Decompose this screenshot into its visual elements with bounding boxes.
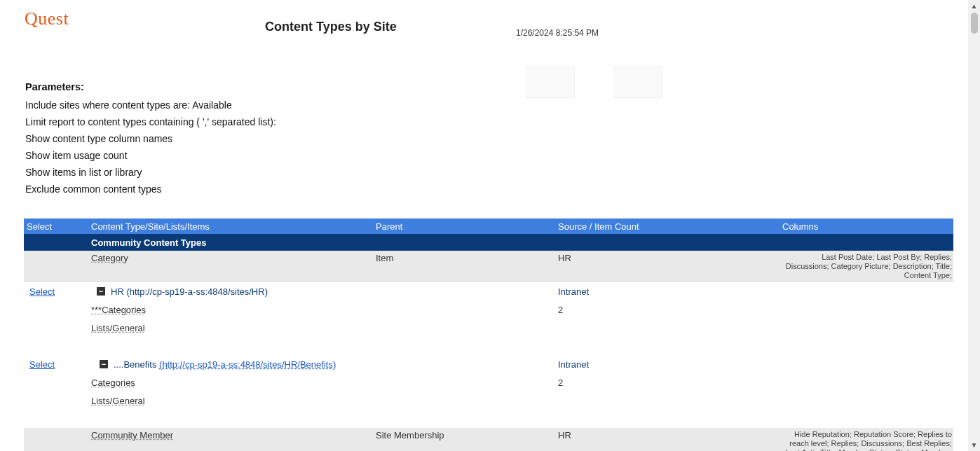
blank-row (24, 410, 953, 428)
item-count: 2 (558, 305, 782, 315)
category-row: Category Item HR Last Post Date; Last Po… (24, 251, 953, 282)
parameter-line: Limit report to content types containing… (25, 113, 276, 130)
site-label: ....Benefits (http://cp-sp19-a-ss:4848/s… (114, 359, 336, 370)
scroll-thumb[interactable] (971, 13, 978, 34)
list-name[interactable]: Lists/General (91, 396, 145, 406)
list-name[interactable]: ***Categories (91, 305, 146, 315)
blank-row (24, 337, 953, 355)
site-row: Select − ....Benefits (http://cp-sp19-a-… (24, 355, 953, 373)
category-name[interactable]: Category (91, 253, 128, 263)
select-link[interactable]: Select (27, 359, 55, 370)
list-name[interactable]: Categories (91, 377, 135, 388)
category-source: HR (558, 253, 782, 263)
header-content-type: Content Type/Site/Lists/Items (91, 221, 376, 232)
parameter-line: Show content type column names (25, 130, 276, 147)
vertical-scrollbar[interactable]: ▲ ▼ (968, 0, 980, 451)
table-header-row: Select Content Type/Site/Lists/Items Par… (24, 218, 953, 234)
parameter-line: Show items in list or library (25, 164, 276, 181)
site-label: HR (http://cp-sp19-a-ss:4848/sites/HR) (111, 286, 268, 297)
list-name[interactable]: Lists/General (91, 323, 145, 333)
scroll-down-icon[interactable]: ▼ (968, 439, 980, 451)
category-columns: Hide Reputation; Reputation Score; Repli… (782, 430, 953, 451)
list-row: Lists/General (24, 319, 953, 337)
site-source: Intranet (558, 286, 782, 297)
parameter-line: Include sites where content types are: A… (25, 97, 276, 113)
header-parent: Parent (376, 221, 558, 232)
collapse-icon[interactable]: − (100, 360, 108, 368)
group-row-community-content-types: Community Content Types (24, 234, 953, 251)
category-row: Community Member Site Membership HR Hide… (24, 428, 953, 451)
list-row: Categories 2 (24, 373, 953, 391)
list-row: ***Categories 2 (24, 300, 953, 319)
item-count: 2 (558, 377, 782, 388)
site-row: Select − HR (http://cp-sp19-a-ss:4848/si… (24, 282, 953, 300)
category-name[interactable]: Community Member (91, 430, 173, 440)
category-columns: Last Post Date; Last Post By; Replies; D… (782, 253, 953, 280)
report-table: Select Content Type/Site/Lists/Items Par… (24, 218, 953, 451)
placeholder-blocks (526, 67, 662, 98)
parameter-line: Show item usage count (25, 147, 276, 164)
parameters-section: Parameters: Include sites where content … (25, 78, 276, 197)
site-source: Intranet (558, 359, 782, 370)
category-source: HR (558, 430, 782, 440)
report-timestamp: 1/26/2024 8:25:54 PM (516, 28, 599, 38)
category-parent: Item (376, 253, 558, 263)
collapse-icon[interactable]: − (97, 287, 105, 296)
header-source: Source / Item Count (558, 221, 782, 232)
brand-logo: Quest (25, 8, 69, 29)
parameters-heading: Parameters: (25, 78, 276, 95)
header-select: Select (24, 221, 91, 232)
header-columns: Columns (782, 221, 953, 232)
parameter-line: Exclude common content types (25, 181, 276, 197)
category-parent: Site Membership (376, 430, 558, 440)
scroll-up-icon[interactable]: ▲ (968, 0, 980, 12)
select-link[interactable]: Select (27, 286, 55, 297)
page-title: Content Types by Site (265, 20, 397, 34)
list-row: Lists/General (24, 391, 953, 410)
